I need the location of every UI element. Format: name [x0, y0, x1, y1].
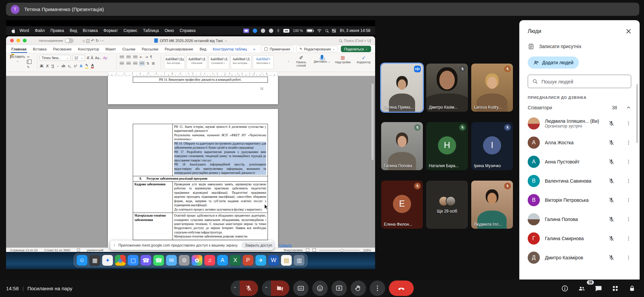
participant-tile[interactable]: Тетяна Прима...: [381, 64, 423, 112]
mic-off-icon[interactable]: [608, 235, 615, 242]
mic-off-button[interactable]: [240, 281, 258, 296]
ribbon-tab[interactable]: Рисование: [52, 46, 72, 52]
bluetooth-icon[interactable]: [277, 29, 280, 33]
borders-icon[interactable]: ⊞: [152, 62, 154, 65]
vk-badge[interactable]: VK: [283, 29, 289, 33]
mic-off-icon[interactable]: [608, 254, 615, 261]
addins-button[interactable]: ⊞Надстройки: [334, 55, 352, 64]
mic-off-icon[interactable]: [608, 120, 615, 127]
proofing-icon[interactable]: x: [77, 249, 80, 252]
participant-tile[interactable]: Ще 29 осіб: [426, 181, 468, 229]
ribbon-tab[interactable]: Рецензирование: [164, 46, 194, 52]
multilevel-list-icon[interactable]: [133, 55, 137, 59]
paste-button[interactable]: Вставить ⌄: [10, 55, 25, 62]
shrink-font-icon[interactable]: А̌: [91, 56, 93, 60]
dock-appstore-icon[interactable]: A: [217, 255, 228, 266]
more-options-icon[interactable]: [626, 178, 631, 184]
dock-finder-icon[interactable]: ☺: [77, 255, 87, 266]
grow-font-icon[interactable]: А̂: [87, 56, 89, 60]
align-center-icon[interactable]: [126, 62, 131, 65]
participant-tile[interactable]: Дмитро Казім...: [426, 64, 468, 112]
menu-item[interactable]: Правка: [50, 28, 64, 33]
activities-icon[interactable]: [611, 285, 619, 292]
spotlight-search-icon[interactable]: [325, 29, 328, 32]
participant-tile[interactable]: Галина Попова: [381, 122, 423, 170]
cut-icon[interactable]: ✂: [27, 55, 30, 59]
ribbon-tab[interactable]: Ссылки: [122, 46, 136, 52]
comments-button[interactable]: Примечания: [261, 46, 293, 52]
align-right-icon[interactable]: [133, 62, 137, 65]
raise-hand-button[interactable]: [351, 281, 366, 296]
wifi-icon[interactable]: [317, 29, 322, 32]
more-options-icon[interactable]: [626, 197, 631, 203]
menu-item[interactable]: Сервис: [123, 28, 137, 33]
dock-mail-icon[interactable]: ✉: [166, 255, 177, 266]
clear-format-icon[interactable]: Ар: [103, 56, 107, 60]
participant-row[interactable]: А Анна Пустовойт: [519, 152, 640, 171]
highlight-color-icon[interactable]: ✎: [85, 63, 88, 69]
ribbon-tab[interactable]: Вид: [199, 46, 207, 52]
strikethrough-button[interactable]: ab: [62, 64, 65, 68]
people-search-box[interactable]: [528, 75, 631, 88]
participant-tile[interactable]: І Ірина Музичко: [471, 122, 513, 170]
participant-row[interactable]: Людмила Ілляшен... (Ви) Організатор зуст…: [519, 114, 640, 133]
focus-mode-label[interactable]: Фокусировка: [284, 248, 303, 252]
hide-banner-link[interactable]: Скрыть: [279, 243, 292, 247]
more-options-icon[interactable]: [626, 121, 631, 126]
decrease-indent-icon[interactable]: ⇤: [140, 55, 143, 59]
editor-button[interactable]: ✓Корректор: [355, 55, 372, 64]
word-scrollbar[interactable]: [371, 83, 374, 160]
ribbon-tab[interactable]: Макет: [105, 46, 117, 52]
dock-word-icon[interactable]: W: [268, 255, 279, 266]
font-color-icon[interactable]: А: [91, 63, 94, 68]
meeting-details-icon[interactable]: [561, 285, 569, 292]
web-layout-icon[interactable]: [313, 249, 316, 252]
participant-row[interactable]: В Валентина Савинова: [519, 171, 640, 190]
more-options-icon[interactable]: [626, 159, 631, 164]
chat-icon[interactable]: [595, 285, 602, 292]
more-options-icon[interactable]: [626, 140, 631, 145]
camera-control[interactable]: ⌃: [262, 281, 289, 296]
dock-trash-icon[interactable]: ▥: [294, 255, 305, 266]
people-icon[interactable]: [578, 285, 586, 292]
dock-photos-icon[interactable]: ✿: [192, 255, 202, 266]
leave-call-button[interactable]: [389, 281, 414, 296]
numbered-list-icon[interactable]: [126, 55, 131, 59]
change-case-icon[interactable]: Аа⌄: [95, 56, 102, 60]
mic-off-icon[interactable]: [608, 158, 615, 165]
mic-off-icon[interactable]: [608, 139, 615, 146]
text-effects-icon[interactable]: А: [80, 64, 82, 68]
screen-share-status-icon[interactable]: [243, 29, 249, 33]
participant-tile[interactable]: Larissa Kudry...: [471, 64, 513, 112]
dock-viber-icon[interactable]: ☎: [140, 255, 151, 266]
menu-item[interactable]: Справка: [180, 28, 196, 33]
more-options-icon[interactable]: [626, 236, 631, 241]
page-indicator[interactable]: Страница 13 из 23: [10, 248, 38, 252]
add-people-button[interactable]: Додати людей: [528, 57, 579, 69]
styles-more-icon[interactable]: ›: [288, 60, 289, 63]
dock-chrome-icon[interactable]: ◉: [115, 255, 126, 266]
mic-off-icon[interactable]: [608, 216, 615, 223]
style-chip[interactable]: АаБбВвГг Заголовок 1: [253, 55, 274, 69]
ruler[interactable]: 1 2 3 4 5 6 7 8 9 10 11 12 13 14 15 16: [6, 72, 375, 76]
dock-whatsapp-icon[interactable]: ☎: [153, 255, 164, 266]
participant-row[interactable]: Д Дмитро Казіміров: [519, 248, 640, 267]
copy-icon[interactable]: [27, 60, 30, 64]
pilcrow-icon[interactable]: ¶: [150, 55, 152, 59]
bullet-list-icon[interactable]: [120, 55, 124, 59]
dock-music-icon[interactable]: ♫: [204, 255, 215, 266]
dock-telegram-icon[interactable]: ✈: [255, 255, 266, 266]
camera-options-chevron[interactable]: ⌃: [262, 281, 271, 296]
align-left-icon[interactable]: [120, 62, 124, 65]
style-chip[interactable]: АаБбВвГгДд Без интерв...: [164, 55, 185, 69]
panel-scrollbar[interactable]: [636, 84, 638, 143]
zoom-slider[interactable]: [319, 250, 360, 251]
host-controls-icon[interactable]: [628, 285, 636, 292]
dock-launchpad-icon[interactable]: ▦: [89, 255, 100, 266]
subscript-button[interactable]: x₂: [68, 64, 71, 68]
ribbon-tab[interactable]: Конструктор таблиц: [212, 46, 247, 52]
zoom-level[interactable]: 115%: [363, 248, 371, 252]
control-center-icon[interactable]: [332, 29, 336, 33]
more-options-icon[interactable]: [626, 217, 631, 222]
stop-sharing-button[interactable]: Закрыть доступ: [241, 242, 276, 249]
